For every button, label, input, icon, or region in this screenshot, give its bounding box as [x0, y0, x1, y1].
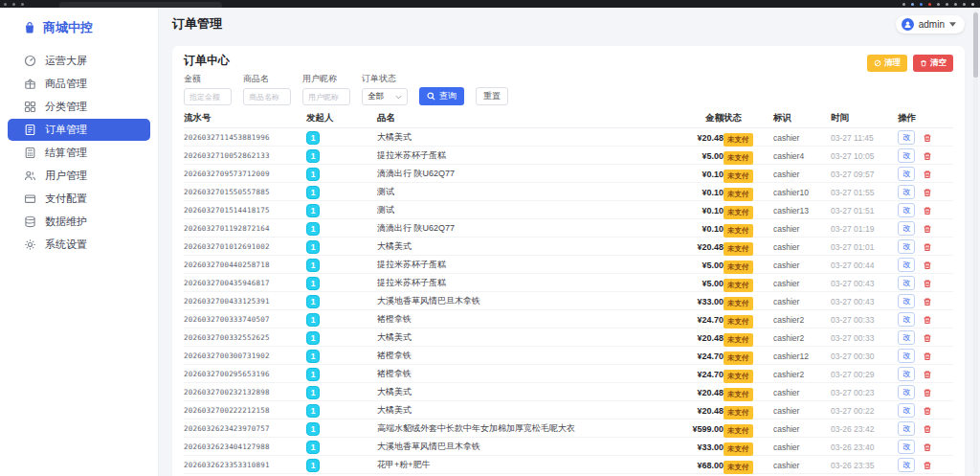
product-name: 大橘美式: [377, 131, 635, 144]
clear-button[interactable]: 清空: [913, 55, 953, 72]
edit-button[interactable]: 改: [898, 167, 915, 181]
delete-button[interactable]: [923, 370, 932, 379]
product-name-input[interactable]: [243, 88, 291, 105]
order-serial: 2026032700433125391: [184, 297, 306, 306]
browser-mini-icon[interactable]: [937, 3, 940, 6]
sidebar-item-categories[interactable]: 分类管理: [8, 96, 150, 118]
delete-button[interactable]: [923, 206, 932, 215]
edit-button[interactable]: 改: [898, 276, 915, 290]
edit-button[interactable]: 改: [898, 330, 915, 345]
edit-button[interactable]: 改: [898, 294, 915, 308]
trash-icon: [923, 351, 932, 361]
delete-button[interactable]: [923, 279, 932, 288]
browser-extension-icons: [902, 3, 974, 6]
trash-icon: [923, 461, 932, 470]
edit-button[interactable]: 改: [898, 367, 915, 381]
edit-button[interactable]: 改: [898, 385, 915, 399]
trash-icon: [923, 279, 932, 288]
delete-button[interactable]: [923, 315, 932, 325]
product-name: 提拉米苏杯子蛋糕: [377, 277, 635, 289]
scrollbar-thumb[interactable]: [973, 12, 978, 78]
browser-mini-icon[interactable]: [920, 3, 923, 6]
delete-button[interactable]: [923, 133, 932, 143]
table-row: 2026032700300731902 1 褚橙拿铁 ¥24.70 未支付 ca…: [184, 347, 953, 365]
sidebar-item-settlement[interactable]: 结算管理: [8, 142, 150, 164]
nickname-input[interactable]: [302, 88, 350, 105]
edit-button[interactable]: 改: [898, 312, 915, 327]
amount-input[interactable]: [184, 88, 232, 105]
cashier-tag: cashier4: [773, 151, 831, 161]
trash-icon: [923, 315, 932, 325]
edit-button[interactable]: 改: [898, 239, 915, 254]
amount-filter-label: 金额: [184, 73, 232, 85]
search-button[interactable]: 查询: [419, 87, 464, 105]
edit-button[interactable]: 改: [898, 403, 915, 418]
browser-mini-icon[interactable]: [4, 3, 7, 6]
sidebar-item-orders[interactable]: 订单管理: [8, 119, 150, 141]
delete-button[interactable]: [923, 442, 932, 452]
delete-button[interactable]: [923, 406, 932, 416]
trash-icon: [923, 170, 932, 179]
edit-button[interactable]: 改: [898, 258, 915, 272]
browser-mini-icon[interactable]: [963, 3, 966, 6]
sidebar-item-dashboard[interactable]: 运营大屏: [8, 50, 150, 72]
sidebar-item-settings[interactable]: 系统设置: [8, 234, 150, 256]
edit-button[interactable]: 改: [898, 148, 915, 163]
delete-button[interactable]: [923, 170, 932, 179]
edit-button[interactable]: 改: [898, 130, 915, 145]
order-serial: 2026032711453881996: [184, 133, 306, 142]
table-row: 2026032701550557885 1 测试 ¥0.10 未支付 cashi…: [184, 183, 953, 201]
delete-button[interactable]: [923, 224, 932, 234]
delete-button[interactable]: [923, 388, 932, 397]
table-body: 2026032711453881996 1 大橘美式 ¥20.48 未支付 ca…: [184, 128, 953, 476]
edit-button[interactable]: 改: [898, 203, 915, 217]
delete-button[interactable]: [923, 424, 932, 434]
edit-button[interactable]: 改: [898, 185, 915, 199]
browser-mini-icon[interactable]: [946, 3, 948, 6]
delete-button[interactable]: [923, 261, 932, 270]
status-badge: 未支付: [724, 242, 753, 256]
order-time: 03-27 00:44: [831, 261, 898, 270]
edit-button[interactable]: 改: [898, 458, 915, 472]
app-logo: 商城中控: [0, 8, 158, 46]
sidebar-item-payment[interactable]: 支付配置: [8, 188, 150, 210]
delete-button[interactable]: [923, 461, 932, 470]
edit-button[interactable]: 改: [898, 440, 915, 454]
edit-button[interactable]: 改: [898, 349, 915, 363]
order-serial: 2026032623353310891: [184, 461, 306, 469]
edit-button[interactable]: 改: [898, 421, 915, 436]
reset-button[interactable]: 重置: [476, 87, 508, 105]
table-row: 2026032701012691002 1 大橘美式 ¥20.48 未支付 ca…: [184, 238, 953, 256]
table-row: 2026032700435946817 1 提拉米苏杯子蛋糕 ¥5.00 未支付…: [184, 274, 953, 292]
table-row: 2026032700440258718 1 提拉米苏杯子蛋糕 ¥5.00 未支付…: [184, 256, 953, 274]
browser-mini-icon[interactable]: [928, 3, 931, 6]
sidebar-item-data-maintenance[interactable]: 数据维护: [8, 211, 150, 233]
status-badge: 未支付: [724, 297, 753, 310]
browser-mini-icon[interactable]: [954, 3, 957, 6]
browser-mini-icon[interactable]: [971, 3, 974, 6]
browser-mini-icon[interactable]: [21, 3, 24, 6]
edit-button[interactable]: 改: [898, 221, 915, 236]
delete-button[interactable]: [923, 151, 932, 161]
browser-mini-icon[interactable]: [911, 3, 914, 6]
user-menu-button[interactable]: admin: [896, 15, 965, 34]
delete-button[interactable]: [923, 351, 932, 361]
sidebar-item-users[interactable]: 用户管理: [8, 165, 150, 187]
order-time: 03-27 00:43: [831, 297, 898, 306]
delete-button[interactable]: [923, 188, 932, 197]
status-badge: 未支付: [724, 133, 753, 147]
browser-mini-icon[interactable]: [902, 3, 905, 6]
order-time: 03-27 01:55: [831, 188, 898, 197]
status-selected-value: 全部: [368, 91, 384, 102]
browser-mini-icon[interactable]: [12, 3, 15, 6]
initiator-badge: 1: [306, 149, 320, 163]
order-time: 03-27 01:51: [831, 206, 898, 215]
delete-button[interactable]: [923, 333, 932, 343]
sidebar-item-products[interactable]: 商品管理: [8, 73, 150, 95]
clean-button[interactable]: 清理: [867, 55, 907, 72]
delete-button[interactable]: [923, 242, 932, 252]
status-badge: 未支付: [724, 333, 753, 347]
scrollbar-track[interactable]: [973, 10, 978, 474]
order-status-select[interactable]: 全部: [362, 88, 408, 105]
delete-button[interactable]: [923, 297, 932, 306]
